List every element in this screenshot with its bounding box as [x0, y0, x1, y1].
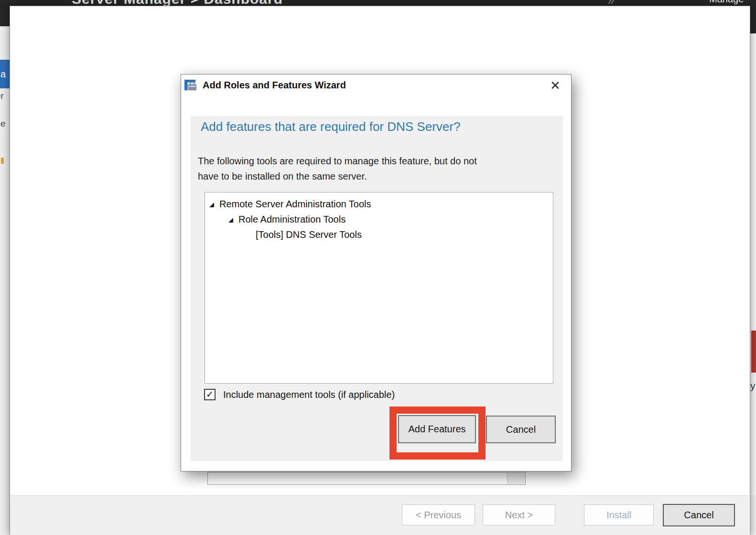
- include-management-tools-label: Include management tools (if applicable): [223, 389, 395, 400]
- next-button[interactable]: Next >: [483, 504, 555, 525]
- dialog-close-icon[interactable]: ✕: [546, 78, 565, 96]
- dialog-title: Add Roles and Features Wizard: [203, 80, 346, 91]
- background-text-fragment: y: [750, 380, 756, 392]
- notification-flag-icon: ∕∕: [610, 0, 615, 6]
- previous-button[interactable]: < Previous: [402, 504, 475, 525]
- tree-item-role-admin-tools[interactable]: Role Administration Tools: [238, 214, 346, 225]
- add-roles-wizard-icon: [184, 78, 197, 94]
- background-orange-fragment: [1, 158, 4, 164]
- background-gray-fragment: [749, 495, 756, 535]
- dialog-cancel-button[interactable]: Cancel: [486, 416, 556, 443]
- tree-item-dns-server-tools[interactable]: [Tools] DNS Server Tools: [256, 229, 362, 240]
- include-management-tools-checkbox[interactable]: ✓: [204, 389, 216, 400]
- install-button[interactable]: Install: [584, 504, 654, 525]
- background-nav-selected-fragment: a: [0, 60, 10, 88]
- dialog-body-text: The following tools are required to mana…: [198, 156, 477, 167]
- server-manager-title: Server Manager > Dashboard: [72, 0, 283, 6]
- background-titlebar-fragment: [749, 0, 756, 33]
- cancel-button[interactable]: Cancel: [663, 504, 735, 526]
- annotation-highlight-box: [389, 407, 486, 460]
- background-titlebar-fragment: [0, 6, 10, 26]
- roles-list-bottom-edge: [207, 472, 526, 485]
- manage-menu-fragment: Manage: [709, 0, 744, 5]
- dialog-body-text: have to be installed on the same server.: [198, 171, 367, 182]
- server-manager-titlebar: Server Manager > Dashboard ∕∕ Manage: [0, 0, 756, 6]
- tree-expanded-icon[interactable]: [228, 216, 234, 225]
- tree-item-remote-server-admin-tools[interactable]: Remote Server Administration Tools: [219, 199, 371, 210]
- background-red-fragment: [751, 331, 756, 373]
- scrollbar-corner: [507, 473, 525, 484]
- background-text-fragment: er: [0, 91, 4, 101]
- background-left-edge: a er e: [0, 6, 10, 535]
- background-right-edge: y: [749, 0, 756, 535]
- dialog-heading: Add features that are required for DNS S…: [201, 119, 460, 134]
- background-text-fragment: e: [0, 118, 6, 129]
- tree-expanded-icon[interactable]: [209, 201, 215, 210]
